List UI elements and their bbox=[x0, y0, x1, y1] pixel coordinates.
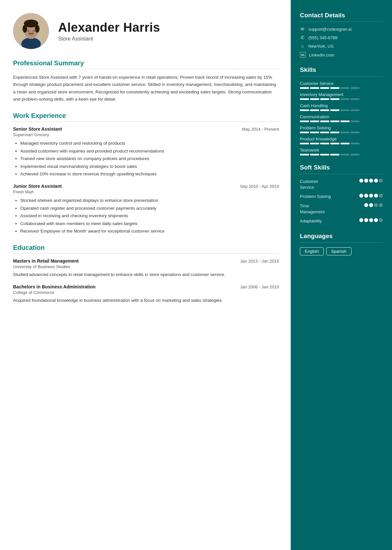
skill-bar-empty-segment bbox=[351, 132, 360, 133]
list-item: Operated cash register and processed cus… bbox=[20, 205, 279, 212]
education-title: Education bbox=[13, 244, 279, 251]
skill-bar-filled-segment bbox=[300, 143, 309, 144]
list-item: Received 'Employee of the Month' award f… bbox=[20, 228, 279, 235]
languages-container: EnglishSpanish bbox=[300, 247, 383, 255]
skill-bar-empty-segment bbox=[351, 109, 360, 111]
dot-filled bbox=[374, 194, 378, 198]
dot-filled bbox=[369, 194, 373, 198]
soft-skills-container: Customer ServiceProblem SolvingTime Mana… bbox=[300, 179, 383, 224]
skills-divider bbox=[300, 76, 383, 76]
dot-filled bbox=[369, 179, 373, 183]
skill-name: Teamwork bbox=[300, 148, 383, 153]
soft-skill-name: Problem Solving bbox=[300, 194, 359, 200]
dot-filled bbox=[359, 179, 363, 183]
skill-bar-filled-segment bbox=[310, 109, 319, 111]
right-column: Contact Details ✉support@cvdesigner.ai✆(… bbox=[291, 0, 392, 550]
email-icon: ✉ bbox=[300, 26, 305, 32]
svg-point-5 bbox=[23, 25, 27, 33]
skill-bar-empty-segment bbox=[340, 109, 350, 111]
jobs-container: Senior Store AssistantMay 2014 - Present… bbox=[13, 126, 279, 235]
soft-skill-dots bbox=[359, 194, 383, 198]
left-column: Alexander Harris Store Assistant Profess… bbox=[0, 0, 291, 550]
skill-name: Communication bbox=[300, 114, 383, 119]
svg-point-6 bbox=[35, 25, 40, 33]
edu-description: Studied advanced concepts in retail mana… bbox=[13, 271, 279, 278]
skill-bar bbox=[300, 154, 383, 155]
skill-bar-filled-segment bbox=[320, 87, 329, 89]
job-title: Senior Store Assistant bbox=[13, 126, 62, 132]
dot-empty bbox=[379, 218, 383, 222]
job-bullets: Managed inventory control and restocking… bbox=[13, 140, 279, 178]
edu-description: Acquired foundational knowledge in busin… bbox=[13, 297, 279, 304]
skill-name: Problem Solving bbox=[300, 125, 383, 130]
skill-bar-filled-segment bbox=[300, 154, 309, 155]
candidate-title: Store Assistant bbox=[58, 36, 160, 42]
languages-title: Languages bbox=[300, 233, 383, 240]
dot-filled bbox=[374, 179, 378, 183]
education-section: Education Masters in Retail ManagementJa… bbox=[13, 244, 279, 304]
list-item: Managed inventory control and restocking… bbox=[20, 140, 279, 147]
svg-point-7 bbox=[27, 30, 29, 32]
avatar bbox=[13, 13, 49, 49]
soft-skills-section: Soft Skills Customer ServiceProblem Solv… bbox=[300, 164, 383, 224]
linkedin-icon: in bbox=[300, 52, 306, 58]
skill-bar bbox=[300, 109, 383, 111]
summary-section: Professional Summary Experienced Store A… bbox=[13, 59, 279, 103]
dot-filled bbox=[369, 203, 373, 207]
dot-empty bbox=[379, 203, 383, 207]
skill-bar-empty-segment bbox=[340, 87, 350, 89]
dot-filled bbox=[364, 218, 368, 222]
soft-skill-name: Customer Service bbox=[300, 179, 359, 190]
list-item: Achieved 10% increase in store revenue t… bbox=[20, 170, 279, 178]
skill-name: Customer Service bbox=[300, 81, 383, 86]
job-date: May 2014 - Present bbox=[242, 127, 279, 132]
skill-bar-empty-segment bbox=[351, 121, 360, 122]
list-item: Assisted customers with inquiries and pr… bbox=[20, 148, 279, 155]
dot-filled bbox=[369, 218, 373, 222]
edu-degree: Masters in Retail Management bbox=[13, 258, 79, 264]
skill-bar-filled-segment bbox=[300, 87, 309, 89]
skill-bar-empty-segment bbox=[340, 98, 350, 100]
skill-bar-filled-segment bbox=[330, 87, 339, 89]
contact-section: Contact Details ✉support@cvdesigner.ai✆(… bbox=[300, 12, 383, 58]
edu-institution: College of Commerce bbox=[13, 290, 279, 295]
soft-skill-item: Time Management bbox=[300, 203, 383, 215]
dot-empty bbox=[379, 179, 383, 183]
skill-bar-filled-segment bbox=[320, 143, 329, 144]
dot-filled bbox=[374, 218, 378, 222]
skills-title: Skills bbox=[300, 66, 383, 73]
dot-empty bbox=[374, 203, 378, 207]
dot-filled bbox=[359, 218, 363, 222]
skill-bar-filled-segment bbox=[320, 154, 329, 155]
soft-skill-item: Customer Service bbox=[300, 179, 383, 190]
language-badge: English bbox=[300, 247, 324, 255]
skill-bar-filled-segment bbox=[310, 143, 319, 144]
home-icon: ⌂ bbox=[300, 43, 305, 49]
candidate-name: Alexander Harris bbox=[58, 21, 160, 35]
skills-container: Customer ServiceInventory ManagementCash… bbox=[300, 81, 383, 155]
skill-bar-empty-segment bbox=[351, 98, 360, 100]
phone-icon: ✆ bbox=[300, 35, 305, 40]
work-experience-divider bbox=[13, 121, 279, 122]
skill-bar-filled-segment bbox=[300, 132, 309, 133]
dot-filled bbox=[364, 203, 368, 207]
job-entry: Senior Store AssistantMay 2014 - Present… bbox=[13, 126, 279, 178]
dot-filled bbox=[359, 194, 363, 198]
languages-section: Languages EnglishSpanish bbox=[300, 233, 383, 255]
skill-bar-filled-segment bbox=[340, 143, 350, 144]
skill-bar-filled-segment bbox=[320, 98, 329, 100]
soft-skill-dots bbox=[359, 179, 383, 183]
edu-date: Jan 2006 - Jan 2010 bbox=[240, 284, 279, 289]
job-company: Supermart Grocery bbox=[13, 132, 279, 137]
resume-header: Alexander Harris Store Assistant bbox=[13, 13, 279, 49]
skill-bar-filled-segment bbox=[320, 132, 329, 133]
work-experience-section: Work Experience Senior Store AssistantMa… bbox=[13, 112, 279, 235]
skill-bar-filled-segment bbox=[330, 121, 339, 122]
skill-bar-filled-segment bbox=[340, 121, 350, 122]
contact-text: (555) 345-6789 bbox=[308, 35, 337, 40]
contact-text: LinkedIn.com bbox=[309, 53, 334, 57]
skill-bar-filled-segment bbox=[310, 87, 319, 89]
edu-entry: Masters in Retail ManagementJan 2013 - J… bbox=[13, 258, 279, 278]
contact-text: support@cvdesigner.ai bbox=[308, 27, 351, 32]
contact-item: ⌂NewYork, US bbox=[300, 43, 383, 49]
